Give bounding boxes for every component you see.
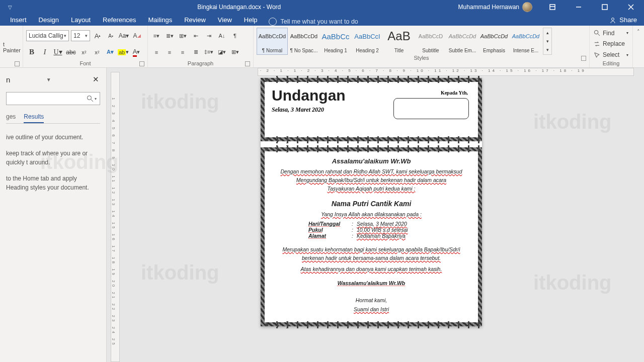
nav-dropdown-icon[interactable]: ▼ (44, 77, 53, 82)
nav-tab-results[interactable]: Results (24, 111, 44, 123)
tab-layout[interactable]: Layout (65, 14, 97, 26)
justify-button[interactable]: ≣ (190, 47, 201, 58)
chevron-up-icon: ˄ (637, 29, 640, 35)
shrink-font-button[interactable]: A▾ (105, 30, 116, 41)
salam: Assalamu'alaikum Wr.Wb (274, 157, 469, 165)
svg-point-4 (88, 96, 92, 100)
sort-button[interactable]: A↓ (216, 30, 227, 41)
subscript-button[interactable]: x2 (78, 47, 90, 58)
styles-expand[interactable]: ▾ (543, 46, 551, 54)
schedule-table: Hari/Tanggal:Selasa, 3 Maret 2020Pukul:1… (308, 221, 434, 239)
change-case-button[interactable]: Aa▾ (118, 30, 129, 41)
line-spacing-button[interactable]: ‡≡▾ (203, 47, 214, 58)
align-left-button[interactable]: ≡ (151, 47, 162, 58)
style-tile-subtitle[interactable]: AaBbCcDSubtitle (415, 28, 446, 55)
style-tile-title[interactable]: AaBTitle (383, 28, 415, 55)
group-clipboard: t Painter (0, 26, 23, 67)
qat-dropdown-icon[interactable]: ▽ (8, 5, 12, 10)
style-tile-nospac[interactable]: AaBbCcDd¶ No Spac... (288, 28, 319, 55)
paragraph-group-label: Paragraph (188, 60, 213, 66)
grow-font-button[interactable]: A▴ (92, 30, 103, 41)
styles-gallery[interactable]: AaBbCcDd¶ NormalAaBbCcDd¶ No Spac...AaBb… (257, 28, 586, 55)
maximize-button[interactable] (594, 0, 616, 14)
invitation-header-frame: Undangan Selasa, 3 Maret 2020 Kepada Yth… (261, 78, 482, 141)
child-name: Nama Putri Cantik Kami (274, 200, 469, 208)
tab-view[interactable]: View (212, 14, 238, 26)
clipboard-dialog-icon[interactable] (15, 61, 20, 66)
document-area[interactable]: · 2 · 1 · 1 · 2 · 3 · 4 · 5 · 6 · 7 · 8 … (107, 68, 644, 362)
svg-point-3 (594, 31, 598, 34)
select-label: Select (603, 51, 619, 58)
clear-formatting-button[interactable]: A◢ (131, 30, 142, 41)
increase-indent-button[interactable]: ⇥ (203, 30, 214, 41)
align-center-button[interactable]: ≡ (164, 47, 175, 58)
font-size-value: 12 (73, 32, 80, 39)
font-dialog-icon[interactable] (139, 61, 144, 66)
tab-help[interactable]: Help (238, 14, 264, 26)
chevron-down-icon: ▾ (85, 33, 88, 38)
nav-text-3: to the Home tab and apply Heading styles… (6, 174, 100, 192)
share-label: Share (619, 16, 637, 24)
tab-review[interactable]: Review (178, 14, 212, 26)
font-name-combo[interactable]: Lucida Callig▾ (26, 30, 69, 41)
paragraph-dialog-icon[interactable] (245, 61, 250, 66)
font-name-value: Lucida Callig (29, 32, 63, 39)
tab-design[interactable]: Design (33, 14, 65, 26)
style-tile-intensee[interactable]: AaBbCcDdIntense E... (510, 28, 541, 55)
multilevel-button[interactable]: ⊞▾ (177, 30, 188, 41)
superscript-button[interactable]: x2 (92, 47, 103, 58)
tab-insert[interactable]: Insert (4, 14, 33, 26)
font-size-combo[interactable]: 12▾ (71, 30, 90, 41)
format-painter-button[interactable]: t Painter (3, 41, 20, 53)
style-tile-emphasis[interactable]: AaBbCcDdEmphasis (478, 28, 510, 55)
nav-tab-pages[interactable]: ges (6, 111, 16, 123)
minimize-button[interactable] (568, 0, 590, 14)
close-button[interactable] (620, 0, 642, 14)
shading-button[interactable]: ◪▾ (216, 47, 227, 58)
numbering-button[interactable]: ≣▾ (164, 30, 175, 41)
svg-point-2 (612, 18, 614, 20)
show-marks-button[interactable]: ¶ (229, 30, 240, 41)
bullets-button[interactable]: ≡▾ (151, 30, 162, 41)
highlight-button[interactable]: ab▾ (118, 47, 129, 58)
tab-references[interactable]: References (97, 14, 142, 26)
font-color-button[interactable]: A▾ (131, 47, 142, 58)
styles-scroll-up[interactable]: ▴ (543, 28, 551, 37)
style-tile-subtleem[interactable]: AaBbCcDdSubtle Em... (447, 28, 478, 55)
tell-me[interactable]: Tell me what you want to do (269, 18, 358, 26)
nav-close-button[interactable]: ✕ (91, 75, 100, 84)
borders-button[interactable]: ⊞▾ (229, 47, 240, 58)
ribbon-display-icon[interactable] (541, 0, 564, 14)
style-tile-heading1[interactable]: AaBbCcHeading 1 (320, 28, 351, 55)
align-right-button[interactable]: ≡ (177, 47, 188, 58)
strikethrough-button[interactable]: abc (65, 47, 76, 58)
styles-scroll-down[interactable]: ▾ (543, 37, 551, 45)
schedule-row: Pukul:10.00 WIB s.d selesai (308, 227, 434, 233)
italic-button[interactable]: I (39, 47, 50, 58)
horizontal-ruler[interactable]: · 2 · 1 · 1 · 2 · 3 · 4 · 5 · 6 · 7 · 8 … (258, 68, 634, 76)
recipient-box (393, 98, 469, 119)
styles-dialog-icon[interactable] (581, 56, 586, 61)
page[interactable]: Undangan Selasa, 3 Maret 2020 Kepada Yth… (261, 78, 482, 326)
hormat: Hormat kami, (274, 297, 469, 304)
decrease-indent-button[interactable]: ⇤ (190, 30, 201, 41)
honor-line-1: Merupakan suatu kehormatan bagi kami sek… (274, 246, 469, 253)
find-button[interactable]: Find▾ (593, 28, 629, 38)
ribbon: t Painter Lucida Callig▾ 12▾ A▴ A▾ Aa▾ A… (0, 26, 644, 68)
collapse-ribbon-button[interactable]: ˄ (633, 26, 644, 67)
underline-button[interactable]: U▾ (52, 47, 63, 58)
select-button[interactable]: Select▾ (593, 50, 629, 60)
style-tile-normal[interactable]: AaBbCcDd¶ Normal (257, 28, 288, 55)
replace-button[interactable]: Replace (593, 39, 629, 49)
share-button[interactable]: Share (602, 14, 644, 26)
user-account[interactable]: Muhammad Hernawan (458, 2, 532, 12)
bold-button[interactable]: B (26, 47, 37, 58)
intro-line-3: Tasyakuran Aqiqah putri kedua kami : (274, 185, 469, 192)
nav-body: ive outline of your document. keep track… (6, 133, 100, 192)
text-effects-button[interactable]: A▾ (105, 47, 116, 58)
font-group-label: Font (79, 60, 91, 66)
style-tile-heading2[interactable]: AaBbCcIHeading 2 (352, 28, 383, 55)
nav-search-input[interactable]: ▾ (6, 92, 100, 105)
vertical-ruler[interactable]: 1 2 3 4 5 6 7 8 9 10 11 12 13 14 15 16 1… (111, 72, 120, 362)
tab-mailings[interactable]: Mailings (142, 14, 179, 26)
